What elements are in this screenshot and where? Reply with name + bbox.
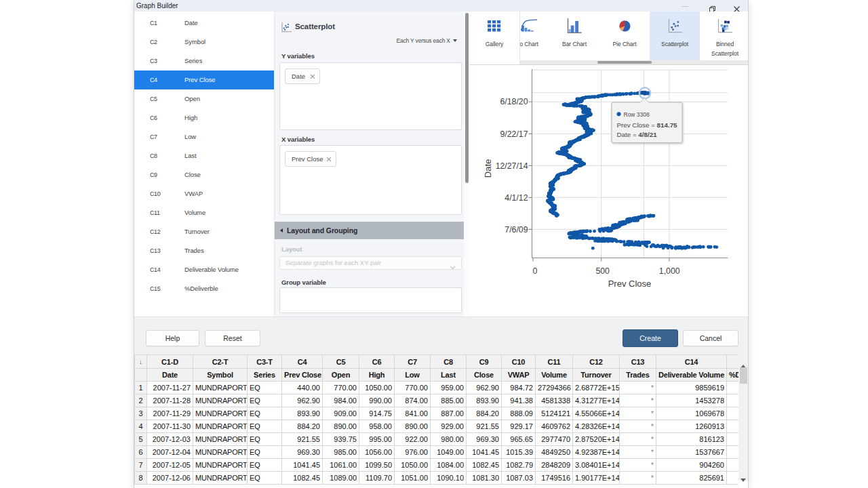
svg-text:Date: Date: [483, 159, 493, 178]
svg-text:12/27/14: 12/27/14: [496, 161, 528, 171]
svg-text:0: 0: [532, 266, 537, 276]
svg-text:Prev Close = 814.75: Prev Close = 814.75: [617, 121, 678, 129]
svg-text:1,000: 1,000: [659, 266, 680, 276]
svg-text:Row 3308: Row 3308: [624, 111, 650, 118]
svg-text:Date = 4/8/21: Date = 4/8/21: [617, 131, 658, 138]
svg-text:Prev Close: Prev Close: [608, 279, 652, 289]
svg-text:4/1/12: 4/1/12: [505, 193, 528, 203]
svg-text:6/18/20: 6/18/20: [500, 97, 528, 106]
svg-text:7/6/09: 7/6/09: [505, 225, 528, 235]
svg-text:500: 500: [595, 266, 610, 276]
svg-text:9/22/17: 9/22/17: [500, 129, 528, 139]
